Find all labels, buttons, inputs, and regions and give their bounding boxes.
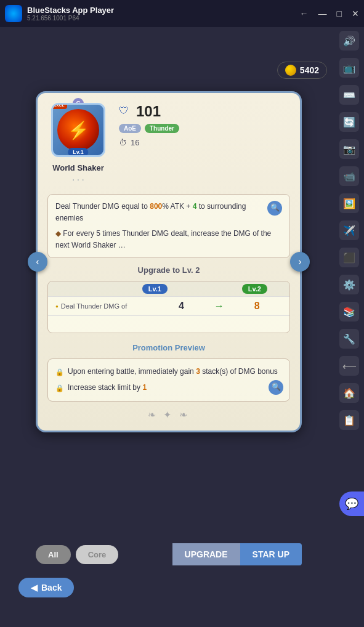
back-label: Back (41, 583, 62, 593)
upgrade-row-label: ● Deal Thunder DMG of (55, 302, 156, 310)
upgrade-row: ● Deal Thunder DMG of 4 → 8 (48, 296, 289, 315)
action-buttons: UPGRADE STAR UP (172, 543, 302, 565)
app-title: BlueStacks App Player (27, 6, 114, 15)
home-icon[interactable]: 🏠 (339, 383, 359, 403)
desc-text4: For every 5 times Thunder DMG dealt, inc… (55, 229, 271, 249)
skill-icon-frame: Excl. Lv.1 (51, 103, 105, 157)
upgrade-val-to: 8 (232, 301, 282, 312)
rotate-icon[interactable]: 🔄 (339, 112, 359, 132)
upgrade-header: Lv.1 Lv.2 (48, 281, 289, 296)
cooldown-value: 16 (131, 138, 139, 147)
lv2-header: Lv.2 (220, 281, 289, 296)
title-bar: BlueStacks App Player 5.21.656.1001 P64 … (0, 0, 364, 27)
description-box: 🔍 Deal Thunder DMG equal to 800% ATK + 4… (47, 194, 290, 259)
promo-magnify-btn[interactable]: 🔍 (269, 380, 283, 395)
close-btn[interactable]: ✕ (352, 9, 359, 18)
nav-right-arrow[interactable]: › (290, 252, 310, 272)
clock-icon: ⏱ (119, 138, 127, 147)
promo-text1: Upon entering battle, immediately gain 3… (68, 365, 278, 379)
lv2-badge: Lv.2 (242, 284, 267, 294)
card-header: C Excl. Lv.1 World Shaker · · · 🛡 101 Ao… (47, 103, 290, 184)
minimize-btn[interactable]: — (318, 9, 327, 18)
tab-all-btn[interactable]: All (36, 545, 71, 564)
dot-icon: ● (55, 304, 59, 309)
diamond-icon: ◆ (55, 229, 63, 238)
nav-left-arrow[interactable]: ‹ (28, 252, 47, 272)
upgrade-table: Lv.1 Lv.2 ● Deal Thunder DMG of 4 → 8 (47, 281, 290, 333)
display-icon[interactable]: 📺 (339, 58, 359, 78)
upgrade-val-from: 4 (156, 301, 207, 312)
skill-level-row: 🛡 101 (119, 103, 290, 120)
lv-badge: Lv.1 (68, 148, 88, 156)
volume-icon[interactable]: 🔊 (339, 31, 359, 51)
card-bottom-decoration: ❧ ✦ ❧ (47, 409, 290, 421)
coin-amount: 5402 (300, 65, 319, 75)
list-icon[interactable]: 📋 (339, 410, 359, 430)
promo-highlight1: 3 (196, 367, 200, 376)
desc-highlight-atk: 800 (150, 202, 162, 211)
shield-icon: 🛡 (119, 105, 131, 118)
promo-row-1: 🔒 Upon entering battle, immediately gain… (55, 365, 282, 379)
sidebar-right: 🔊 📺 ⌨️ 🔄 📷 📹 🖼️ ✈️ ⬛ ⚙️ 📚 🔧 ⟵ 🏠 📋 (339, 31, 359, 430)
window-controls: ← — □ ✕ (300, 9, 359, 18)
back-sidebar-icon[interactable]: ⟵ (339, 356, 359, 376)
lock-icon-2: 🔒 (55, 382, 64, 395)
excl-badge: Excl. (51, 103, 67, 109)
video-icon[interactable]: 📹 (339, 166, 359, 186)
back-nav-btn[interactable]: ← (300, 9, 309, 18)
skill-icon-box: C Excl. Lv.1 World Shaker · · · (47, 103, 109, 184)
coin-icon (285, 65, 296, 76)
app-version: 5.21.656.1001 P64 (27, 15, 114, 22)
tab-core-btn[interactable]: Core (76, 545, 119, 564)
discord-btn[interactable]: 💬 (339, 491, 364, 516)
promo-title: Promotion Preview (47, 343, 290, 352)
macrolab-icon[interactable]: 📚 (339, 302, 359, 322)
desc-magnify-btn[interactable]: 🔍 (267, 201, 282, 216)
gear-icon[interactable]: ⚙️ (339, 275, 359, 294)
image-icon[interactable]: 🖼️ (339, 193, 359, 213)
lv1-header: Lv.1 (120, 281, 190, 296)
skill-card-panel: ‹ › C Excl. Lv.1 World Shaker · · · (36, 91, 302, 432)
tag-aoe: AoE (119, 124, 141, 133)
skill-level-num: 101 (136, 103, 161, 120)
tag-thunder: Thunder (145, 124, 179, 133)
app-logo (5, 5, 22, 22)
desc-text2: % ATK + (162, 202, 192, 211)
upgrade-title: Upgrade to Lv. 2 (47, 265, 290, 275)
bottom-bar: All Core UPGRADE STAR UP (36, 543, 302, 565)
lv1-badge: Lv.1 (142, 284, 168, 294)
desc-text1: Deal Thunder DMG equal to (55, 202, 150, 211)
upgrade-arrow-icon: → (206, 301, 232, 312)
camera-icon[interactable]: 📷 (339, 139, 359, 159)
promo-row-2: 🔒 Increase stack limit by 1 (55, 381, 282, 395)
back-arrow-icon: ◀ (31, 583, 38, 593)
maximize-btn[interactable]: □ (337, 9, 342, 18)
promo-highlight2: 1 (142, 383, 147, 392)
back-button[interactable]: ◀ Back (18, 578, 74, 597)
tools-icon[interactable]: 🔧 (339, 329, 359, 349)
airplane-icon[interactable]: ✈️ (339, 220, 359, 240)
promo-box: 🔒 Upon entering battle, immediately gain… (47, 358, 290, 402)
promo-text2: Increase stack limit by 1 (68, 381, 147, 395)
keyboard-icon[interactable]: ⌨️ (339, 85, 359, 105)
layers-icon[interactable]: ⬛ (339, 248, 359, 267)
upgrade-row-empty (48, 315, 289, 333)
starup-btn[interactable]: STAR UP (240, 543, 302, 565)
cooldown-row: ⏱ 16 (119, 138, 290, 147)
lock-icon-1: 🔒 (55, 366, 64, 379)
skill-info: 🛡 101 AoE Thunder ⏱ 16 (119, 103, 290, 184)
skill-name: World Shaker (47, 163, 109, 173)
skill-icon-art (57, 109, 99, 151)
coin-display: 5402 (277, 62, 327, 79)
skill-dots: · · · (47, 174, 109, 184)
upgrade-btn[interactable]: UPGRADE (172, 543, 240, 565)
